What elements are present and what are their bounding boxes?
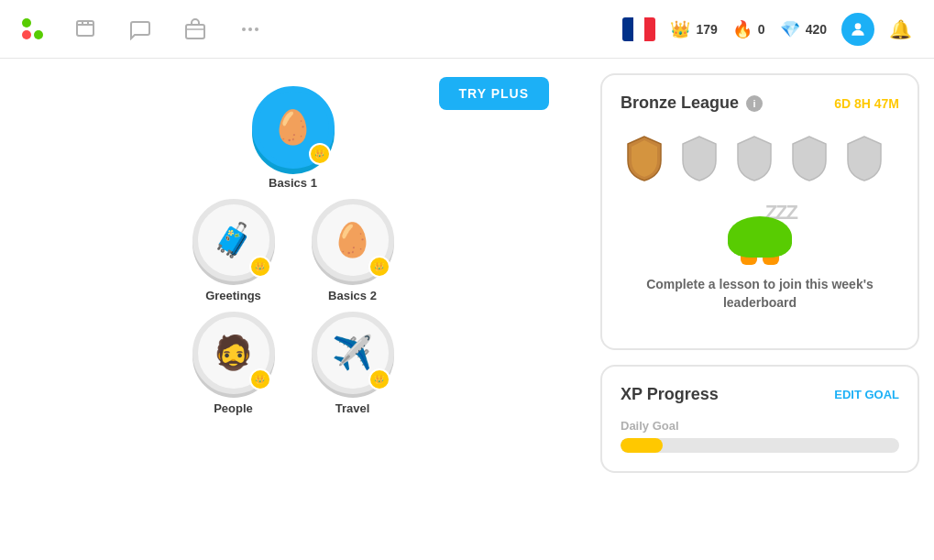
leaderboard-empty-message: Complete a lesson to join this week's le… — [621, 276, 899, 312]
svg-point-8 — [255, 27, 258, 31]
nav-chat-icon[interactable] — [127, 16, 153, 42]
heart-icon: 🔥 — [732, 19, 753, 39]
streak-value: 179 — [696, 22, 717, 37]
main-content: TRY PLUS 🥚 👑 Basics 1 — [0, 59, 934, 560]
travel-label: Travel — [335, 401, 370, 415]
sleeping-owl-container: ZZZ — [714, 201, 806, 265]
xp-title: XP Progress — [621, 385, 719, 404]
shield-icon-2 — [679, 135, 720, 182]
lesson-row-3: 🧔 👑 People ✈️ 👑 Travel — [192, 312, 394, 415]
bronze-league-card: Bronze League i 6D 8H 47M — [600, 73, 919, 350]
basics2-emoji: 🥚 — [332, 224, 373, 257]
nav-right: 👑 179 🔥 0 💎 420 🔔 — [622, 13, 912, 46]
travel-emoji: ✈️ — [332, 336, 373, 369]
people-emoji: 🧔 — [213, 336, 254, 369]
league-title: Bronze League i — [621, 93, 763, 113]
league-timer: 6D 8H 47M — [834, 96, 899, 111]
league-avatar-2 — [676, 127, 723, 182]
gems-stat: 💎 420 — [780, 19, 827, 39]
node-circle-people: 🧔 👑 — [192, 312, 275, 394]
owl-body — [728, 216, 792, 258]
league-title-text: Bronze League — [621, 93, 739, 113]
lessons-container: 🥚 👑 Basics 1 🧳 👑 — [0, 77, 586, 415]
lesson-row-1: 🥚 👑 Basics 1 — [252, 86, 335, 190]
hearts-value: 0 — [758, 22, 765, 37]
lesson-row-2: 🧳 👑 Greetings 🥚 👑 Basics 2 — [192, 199, 394, 302]
edit-goal-button[interactable]: EDIT GOAL — [834, 388, 899, 401]
league-info-icon[interactable]: i — [746, 95, 763, 112]
streak-stat: 👑 179 — [670, 19, 717, 39]
logo-dot-green2 — [34, 30, 43, 39]
greetings-label: Greetings — [205, 289, 261, 302]
nav-left — [22, 16, 263, 42]
lesson-node-basics1[interactable]: 🥚 👑 Basics 1 — [252, 86, 335, 190]
league-avatar-5 — [841, 127, 888, 182]
gems-value: 420 — [806, 22, 827, 37]
right-panel: Bronze League i 6D 8H 47M — [586, 59, 934, 560]
travel-crown-badge: 👑 — [368, 368, 390, 390]
xp-progress-bar-background — [621, 438, 899, 453]
greetings-emoji: 🧳 — [213, 224, 254, 257]
navbar: 👑 179 🔥 0 💎 420 🔔 — [0, 0, 934, 59]
user-avatar[interactable] — [841, 13, 874, 46]
daily-goal-label: Daily Goal — [621, 419, 899, 433]
basics1-emoji: 🥚 — [272, 111, 313, 144]
logo-dot-red — [22, 30, 31, 39]
nav-more-icon[interactable] — [237, 16, 263, 42]
logo-dot-green — [22, 18, 31, 27]
try-plus-button[interactable]: TRY PLUS — [439, 77, 549, 110]
svg-rect-0 — [77, 21, 93, 36]
svg-point-9 — [855, 23, 862, 29]
node-circle-basics1: 🥚 👑 — [252, 86, 335, 169]
leaderboard-empty-state: ZZZ Complete a lesson to join this week'… — [621, 182, 899, 330]
shield-icon-3 — [734, 135, 775, 182]
svg-point-7 — [248, 27, 252, 31]
lesson-node-travel[interactable]: ✈️ 👑 Travel — [312, 312, 394, 415]
basics2-crown-badge: 👑 — [368, 256, 390, 278]
svg-rect-4 — [186, 25, 204, 38]
gem-icon: 💎 — [780, 19, 800, 39]
xp-progress-bar-fill — [621, 438, 663, 453]
league-header: Bronze League i 6D 8H 47M — [621, 93, 899, 113]
duolingo-logo[interactable] — [22, 18, 43, 39]
people-label: People — [214, 401, 253, 415]
nav-learn-icon[interactable] — [72, 16, 98, 42]
crown-icon: 👑 — [670, 19, 690, 39]
node-circle-travel: ✈️ 👑 — [312, 312, 394, 394]
league-avatar-4 — [786, 127, 833, 182]
owl-graphic — [728, 216, 792, 265]
node-circle-greetings: 🧳 👑 — [192, 199, 275, 281]
notification-bell-icon[interactable]: 🔔 — [889, 18, 912, 40]
league-avatar-1 — [621, 127, 668, 182]
shield-icon-4 — [789, 135, 830, 182]
league-avatars — [621, 127, 899, 182]
basics2-label: Basics 2 — [328, 289, 377, 302]
lesson-node-basics2[interactable]: 🥚 👑 Basics 2 — [312, 199, 394, 302]
xp-header: XP Progress EDIT GOAL — [621, 385, 899, 404]
node-circle-basics2: 🥚 👑 — [312, 199, 394, 281]
hearts-stat: 🔥 0 — [732, 19, 765, 39]
nav-shop-icon[interactable] — [182, 16, 208, 42]
language-flag[interactable] — [622, 17, 655, 41]
left-panel: TRY PLUS 🥚 👑 Basics 1 — [0, 59, 586, 560]
xp-progress-card: XP Progress EDIT GOAL Daily Goal — [600, 365, 919, 473]
shield-icon-1 — [624, 135, 665, 182]
lesson-node-greetings[interactable]: 🧳 👑 Greetings — [192, 199, 275, 302]
greetings-crown-badge: 👑 — [249, 256, 271, 278]
people-crown-badge: 👑 — [249, 368, 271, 390]
svg-point-6 — [242, 27, 246, 31]
league-avatar-3 — [731, 127, 778, 182]
basics1-label: Basics 1 — [269, 176, 317, 190]
basics1-crown-badge: 👑 — [309, 143, 331, 165]
lesson-node-people[interactable]: 🧔 👑 People — [192, 312, 275, 415]
shield-icon-5 — [844, 135, 885, 182]
